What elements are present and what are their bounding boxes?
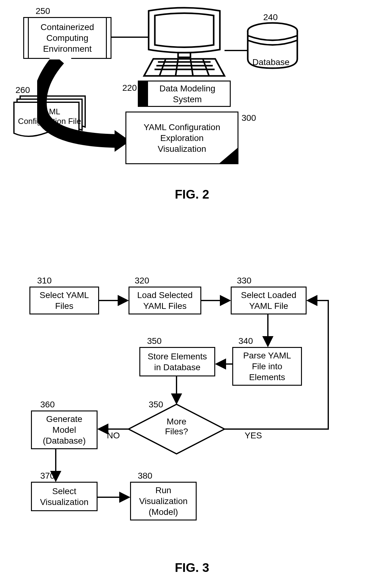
fig3-arrows	[0, 0, 384, 588]
fig3-caption: FIG. 3	[0, 561, 384, 575]
page: 250 Containerized Computing Environment …	[0, 0, 384, 588]
